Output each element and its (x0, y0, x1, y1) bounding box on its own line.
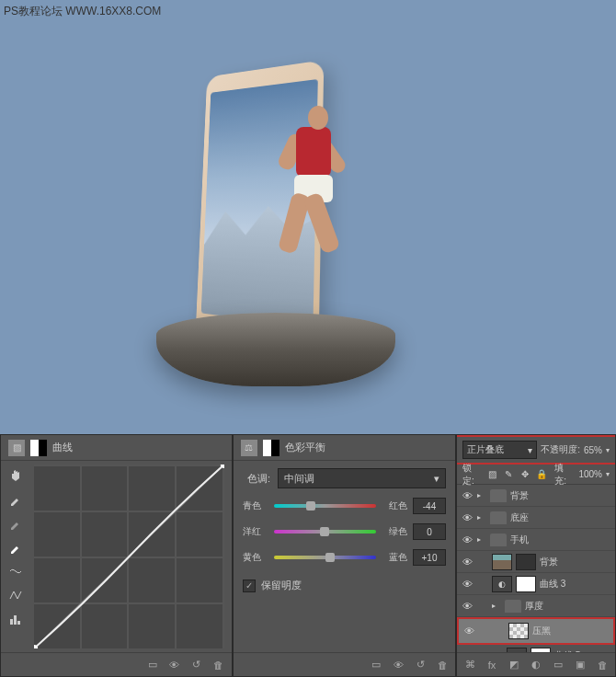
layer-row[interactable]: 👁◐曲线 3 (457, 573, 615, 595)
link-icon[interactable]: ⌘ (462, 658, 477, 672)
rock-platform (156, 313, 395, 386)
balance-icon: ⚖ (241, 440, 257, 456)
magenta-green-slider[interactable] (274, 530, 376, 534)
yellow-blue-slider[interactable] (274, 556, 376, 559)
lock-label: 锁定: (462, 462, 483, 488)
lock-position-icon[interactable]: ✥ (519, 468, 531, 481)
folder-icon (505, 600, 521, 613)
canvas-area[interactable]: PS教程论坛 WWW.16XX8.COM (0, 0, 616, 434)
green-label: 绿色 (382, 525, 407, 538)
layer-name: 压黑 (532, 625, 610, 637)
red-label: 红色 (382, 499, 407, 512)
blue-label: 蓝色 (382, 551, 407, 564)
layer-row[interactable]: 👁背景 (457, 551, 615, 573)
adjustment-mask-icon (263, 440, 279, 456)
layer-row[interactable]: 👁▸手机 (457, 529, 615, 551)
lock-all-icon[interactable]: 🔒 (535, 468, 548, 481)
cyan-label: 青色 (243, 499, 268, 512)
layers-footer: ⌘ fx ◩ ◐ ▭ ▣ 🗑 (457, 652, 615, 676)
visibility-eye-icon[interactable]: 👁 (461, 556, 473, 568)
layer-row[interactable]: 👁◐曲线 5 (457, 645, 615, 652)
adjustment-icon[interactable]: ◐ (529, 658, 543, 672)
cyan-red-slider-row: 青色 红色 -44 (243, 498, 446, 514)
visibility-eye-icon[interactable]: 👁 (461, 511, 473, 524)
layer-row[interactable]: 👁▸背景 (457, 485, 615, 507)
yellow-label: 黄色 (243, 551, 268, 564)
visibility-eye-icon[interactable]: 👁 (461, 534, 473, 546)
curves-header: ▨ 曲线 (1, 435, 232, 461)
folder-icon[interactable]: ▭ (551, 658, 565, 672)
layer-row[interactable]: 👁▸底座 (457, 507, 615, 529)
layer-name: 底座 (510, 511, 611, 524)
svg-rect-2 (17, 621, 20, 625)
visibility-eye-icon[interactable]: 👁 (461, 489, 473, 502)
eyedropper-white[interactable] (5, 536, 27, 558)
layer-row[interactable]: 👁▸厚度 (457, 595, 615, 617)
layer-name: 曲线 3 (540, 578, 611, 591)
trash-icon[interactable]: 🗑 (595, 658, 610, 672)
layers-panel: 正片叠底 ▾ 不透明度: 65% ▾ 锁定: ▨ ✎ ✥ 🔒 填充: 100% … (456, 434, 616, 677)
watermark: PS教程论坛 WWW.16XX8.COM (4, 4, 161, 19)
tone-dropdown[interactable]: 中间调 ▾ (278, 468, 446, 488)
expand-arrow-icon[interactable]: ▸ (477, 491, 486, 499)
chevron-down-icon[interactable]: ▾ (606, 446, 610, 454)
chevron-down-icon: ▾ (434, 473, 439, 485)
eye-icon[interactable]: 👁 (391, 658, 405, 672)
histogram-toggle[interactable] (5, 608, 27, 630)
magenta-label: 洋红 (243, 525, 268, 538)
visibility-eye-icon[interactable]: 👁 (462, 625, 475, 637)
preserve-luminosity-label: 保留明度 (261, 579, 302, 592)
mask-icon[interactable]: ◩ (507, 658, 521, 672)
expand-arrow-icon[interactable]: ▸ (492, 602, 501, 610)
magenta-green-value[interactable]: 0 (413, 523, 446, 540)
reset-icon[interactable]: ↺ (189, 658, 204, 672)
cyan-red-slider[interactable] (274, 504, 376, 508)
adjustment-thumb: ◐ (492, 576, 512, 592)
layer-row[interactable]: 👁压黑 (457, 617, 615, 645)
folder-icon (490, 511, 507, 524)
eyedropper-gray[interactable] (5, 512, 27, 534)
chevron-down-icon[interactable]: ▾ (606, 470, 610, 478)
clip-icon[interactable]: ▭ (145, 658, 160, 672)
curves-graph[interactable] (34, 465, 224, 648)
runner-figure (257, 101, 368, 304)
yellow-blue-slider-row: 黄色 蓝色 +10 (243, 549, 446, 566)
fill-value[interactable]: 100% (578, 469, 602, 479)
color-balance-panel: ⚖ 色彩平衡 色调: 中间调 ▾ 青色 红色 -44 洋红 绿色 (233, 434, 456, 677)
opacity-value[interactable]: 65% (584, 445, 602, 455)
clip-icon[interactable]: ▭ (369, 658, 383, 672)
layers-lock-row: 锁定: ▨ ✎ ✥ 🔒 填充: 100% ▾ (457, 465, 615, 485)
pencil-tool[interactable] (5, 560, 27, 582)
reset-icon[interactable]: ↺ (413, 658, 428, 672)
curves-icon: ▨ (8, 440, 25, 456)
trash-icon[interactable]: 🗑 (435, 658, 450, 672)
svg-rect-1 (14, 615, 17, 625)
expand-arrow-icon[interactable]: ▸ (477, 513, 486, 522)
layer-name: 背景 (540, 556, 611, 568)
curves-footer: ▭ 👁 ↺ 🗑 (1, 652, 232, 676)
magenta-green-slider-row: 洋红 绿色 0 (243, 523, 446, 540)
visibility-eye-icon[interactable]: 👁 (461, 578, 473, 591)
fx-icon[interactable]: fx (485, 658, 499, 672)
smooth-tool[interactable] (5, 584, 27, 606)
eyedropper-black[interactable] (5, 488, 27, 511)
visibility-eye-icon[interactable]: 👁 (461, 600, 473, 613)
chevron-down-icon: ▾ (528, 445, 532, 455)
new-layer-icon[interactable]: ▣ (573, 658, 587, 672)
eye-icon[interactable]: 👁 (167, 658, 182, 672)
trash-icon[interactable]: 🗑 (211, 658, 226, 672)
preserve-luminosity-checkbox[interactable]: ✓ (243, 579, 256, 592)
yellow-blue-value[interactable]: +10 (413, 549, 446, 566)
color-balance-footer: ▭ 👁 ↺ 🗑 (234, 652, 455, 676)
composite-image (165, 55, 423, 396)
expand-arrow-icon[interactable]: ▸ (477, 535, 486, 544)
cyan-red-value[interactable]: -44 (413, 498, 446, 514)
lock-transparency-icon[interactable]: ▨ (486, 468, 499, 481)
svg-rect-0 (10, 619, 13, 625)
blend-mode-dropdown[interactable]: 正片叠底 ▾ (462, 441, 537, 459)
hand-tool[interactable] (5, 465, 27, 487)
layers-list[interactable]: 👁▸背景👁▸底座👁▸手机👁背景👁◐曲线 3👁▸厚度👁压黑👁◐曲线 5👁◐色彩平衡… (457, 485, 615, 652)
lock-paint-icon[interactable]: ✎ (503, 468, 516, 481)
color-balance-title: 色彩平衡 (285, 441, 325, 454)
curves-title: 曲线 (52, 441, 73, 454)
